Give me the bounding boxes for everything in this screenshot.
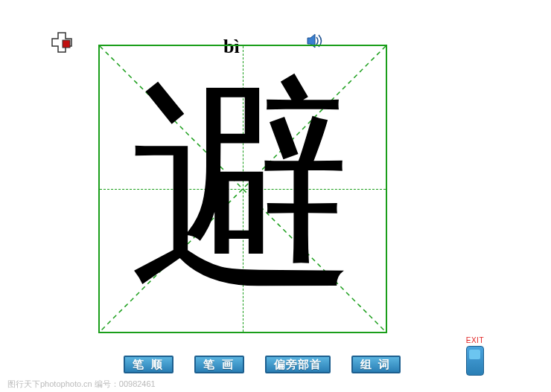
svg-rect-0 xyxy=(63,40,70,48)
radical-button[interactable]: 偏旁部首 xyxy=(265,356,331,373)
exit-device-icon[interactable] xyxy=(466,346,484,376)
watermark-text: 图行天下photophoto.cn 编号：00982461 xyxy=(7,379,156,390)
exit-label: EXIT xyxy=(466,336,484,344)
exit-area: EXIT xyxy=(466,336,484,376)
stroke-order-button[interactable]: 笔 顺 xyxy=(124,356,173,373)
cursor-tool-icon[interactable] xyxy=(51,31,73,57)
header: bì xyxy=(0,15,551,45)
chinese-character: 避 xyxy=(100,46,386,332)
strokes-button[interactable]: 笔 画 xyxy=(194,356,244,373)
words-button[interactable]: 组 词 xyxy=(351,356,401,373)
character-grid: 避 xyxy=(98,45,387,333)
button-row: 笔 顺 笔 画 偏旁部首 组 词 xyxy=(124,356,401,373)
